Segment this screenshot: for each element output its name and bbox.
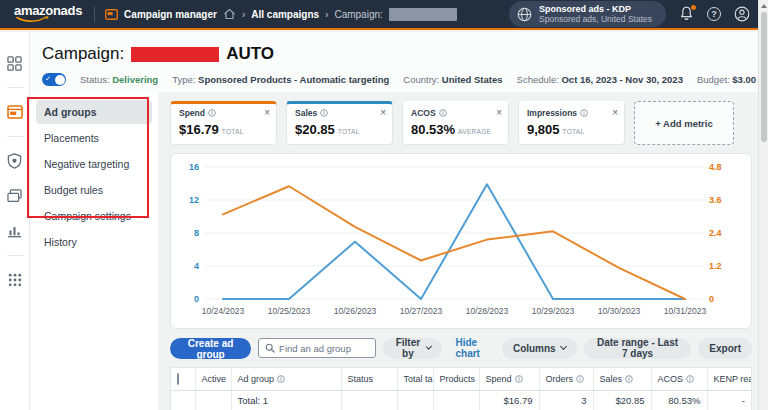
toggle-knob — [55, 75, 65, 85]
help-button[interactable]: ? — [707, 7, 721, 21]
nav-apps-grid-icon[interactable] — [0, 267, 30, 293]
sidebar-item-placements[interactable]: Placements — [36, 126, 152, 150]
nav-campaigns-icon-active[interactable] — [0, 99, 30, 125]
svg-text:0: 0 — [194, 294, 199, 304]
account-menu-button[interactable] — [734, 6, 750, 22]
svg-text:12: 12 — [189, 195, 199, 205]
campaign-schedule: Schedule: Oct 16, 2023 - Nov 30, 2023 — [517, 74, 683, 85]
date-range-button[interactable]: Date range - Last 7 days — [584, 338, 692, 359]
export-button[interactable]: Export — [698, 338, 752, 359]
total-label-cell: Total: 1 — [231, 390, 341, 410]
svg-text:10/26/2023: 10/26/2023 — [334, 306, 377, 316]
amazon-ads-logo[interactable]: amazonads — [14, 5, 82, 23]
metric-cards-row: Spend × $16.79 TOTAL Sales — [170, 101, 752, 145]
total-products-cell — [433, 390, 479, 410]
close-icon[interactable]: × — [612, 109, 618, 117]
nav-dashboard-icon[interactable] — [0, 50, 30, 76]
info-icon[interactable] — [515, 375, 523, 383]
info-icon[interactable] — [580, 109, 588, 117]
main-content: Spend × $16.79 TOTAL Sales — [158, 92, 762, 410]
info-icon[interactable] — [208, 109, 216, 117]
info-icon[interactable] — [277, 375, 285, 383]
topbar-right-cluster: Sponsored ads - KDP Sponsored ads, Unite… — [509, 1, 750, 27]
nav-brand-shield-icon[interactable] — [0, 148, 30, 174]
scrollbar-thumb[interactable] — [761, 12, 767, 142]
sidebar-item-budget-rules[interactable]: Budget rules — [36, 178, 152, 202]
total-checkbox-cell — [171, 390, 195, 410]
svg-text:1.2: 1.2 — [709, 261, 722, 271]
campaign-title-suffix: AUTO — [226, 44, 274, 64]
rail-divider — [7, 136, 23, 137]
nav-creatives-icon[interactable] — [0, 183, 30, 209]
metric-card-spend[interactable]: Spend × $16.79 TOTAL — [170, 101, 277, 145]
rail-divider — [7, 255, 23, 256]
col-status: Status — [341, 368, 397, 390]
topbar-divider — [94, 6, 95, 22]
hide-chart-link[interactable]: Hide chart — [456, 337, 492, 359]
sidebar-item-negative-targeting[interactable]: Negative targeting — [36, 152, 152, 176]
user-icon — [734, 6, 750, 22]
scrollbar-up-arrow-icon[interactable] — [761, 4, 767, 8]
col-spend[interactable]: Spend — [479, 368, 539, 390]
columns-button[interactable]: Columns — [502, 338, 577, 359]
page-body: Ad groups Placements Negative targeting … — [30, 92, 758, 410]
table-toolbar: Create ad group Filter by Hide chart Col… — [170, 337, 752, 359]
col-kenp-read[interactable]: KENP read — [707, 368, 751, 390]
total-orders-cell: 3 — [539, 390, 593, 410]
sidebar-item-ad-groups[interactable]: Ad groups — [36, 100, 152, 124]
ad-group-search[interactable] — [258, 338, 376, 358]
create-ad-group-button[interactable]: Create ad group — [170, 338, 251, 359]
svg-text:10/25/2023: 10/25/2023 — [268, 306, 311, 316]
metric-value: $20.85 — [295, 122, 335, 137]
select-all-checkbox[interactable] — [177, 373, 179, 385]
info-icon[interactable] — [320, 109, 328, 117]
metric-qualifier: AVERAGE — [458, 128, 491, 135]
rail-divider — [7, 87, 23, 88]
svg-text:10/30/2023: 10/30/2023 — [598, 306, 641, 316]
info-icon[interactable] — [686, 375, 694, 383]
metric-card-acos[interactable]: ACOS × 80.53% AVERAGE — [402, 101, 509, 145]
search-input[interactable] — [279, 343, 369, 354]
nav-reports-icon[interactable] — [0, 218, 30, 244]
metric-name: Sales — [295, 108, 317, 118]
svg-text:10/24/2023: 10/24/2023 — [202, 306, 245, 316]
add-metric-button[interactable]: + Add metric — [634, 101, 734, 145]
svg-text:8: 8 — [194, 228, 199, 238]
svg-text:2.4: 2.4 — [709, 228, 722, 238]
info-icon[interactable] — [439, 109, 447, 117]
campaign-country: Country: United States — [403, 74, 502, 85]
account-scope-text: Sponsored ads - KDP Sponsored ads, Unite… — [539, 4, 652, 24]
campaign-manager-icon — [105, 9, 118, 20]
close-icon[interactable]: × — [496, 109, 502, 117]
breadcrumb-all-campaigns[interactable]: All campaigns — [251, 9, 319, 20]
svg-text:10/29/2023: 10/29/2023 — [532, 306, 575, 316]
close-icon[interactable]: × — [264, 109, 270, 117]
total-sales-cell: $20.85 — [593, 390, 651, 410]
metric-value: 80.53% — [411, 122, 455, 137]
campaign-status: Status: Delivering — [80, 74, 158, 85]
close-icon[interactable]: × — [380, 109, 386, 117]
status-delivering: Delivering — [112, 74, 158, 85]
info-icon[interactable] — [576, 375, 584, 383]
col-ad-group[interactable]: Ad group — [231, 368, 341, 390]
sidebar-item-campaign-settings[interactable]: Campaign settings — [36, 204, 152, 228]
svg-text:10/31/2023: 10/31/2023 — [664, 306, 707, 316]
info-icon[interactable] — [625, 375, 633, 383]
breadcrumb-app[interactable]: Campaign manager — [124, 9, 217, 20]
col-acos[interactable]: ACOS — [651, 368, 707, 390]
home-icon[interactable] — [223, 8, 236, 20]
campaign-enabled-toggle[interactable]: ✓ — [42, 73, 66, 86]
globe-icon — [517, 7, 532, 22]
sidebar-item-history[interactable]: History — [36, 230, 152, 254]
account-scope-selector[interactable]: Sponsored ads - KDP Sponsored ads, Unite… — [509, 1, 666, 27]
total-spend-cell: $16.79 — [479, 390, 539, 410]
metric-card-sales[interactable]: Sales × $20.85 TOTAL — [286, 101, 393, 145]
metric-card-impressions[interactable]: Impressions × 9,805 TOTAL — [518, 101, 625, 145]
filter-by-button[interactable]: Filter by — [383, 338, 441, 359]
vertical-scrollbar[interactable] — [758, 0, 768, 410]
performance-chart-card: 0041.282.4123.6164.810/24/202310/25/2023… — [170, 153, 752, 329]
col-sales[interactable]: Sales — [593, 368, 651, 390]
col-orders[interactable]: Orders — [539, 368, 593, 390]
amazon-smile-icon — [16, 16, 50, 23]
notifications-button[interactable] — [679, 6, 694, 22]
